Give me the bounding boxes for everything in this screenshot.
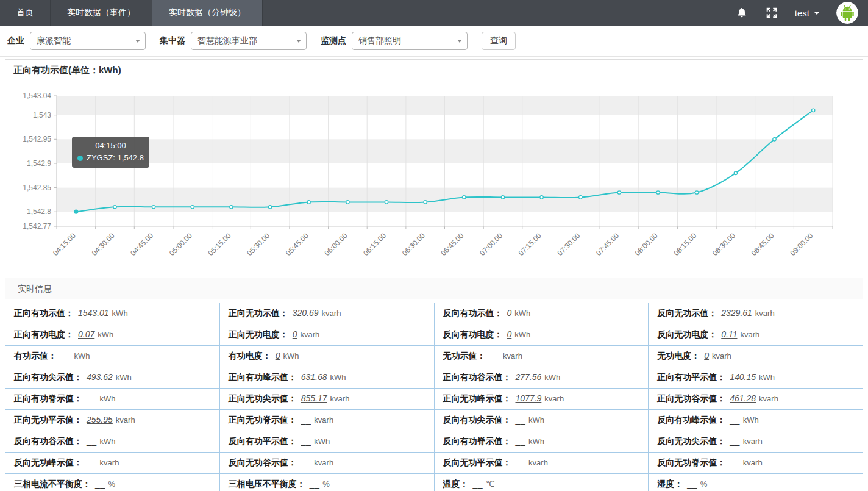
svg-text:04:15:00: 04:15:00 [51, 231, 77, 257]
table-row: 正向有功尖示值：493.62kWh正向有功峰示值：631.68kWh正向有功谷示… [5, 367, 863, 389]
table-cell: 三相电压不平衡度：__% [219, 474, 434, 491]
chart-panel: 正向有功示值(单位：kWh) 1,542.771,542.81,542.851,… [5, 59, 863, 274]
svg-text:1,543.04: 1,543.04 [23, 91, 51, 100]
cell-unit: kWh [759, 373, 775, 382]
cell-label: 正向有功示值： [14, 308, 74, 318]
table-row: 反向无功峰示值：__kvarh反向无功谷示值：__kvarh反向无功平示值：__… [5, 453, 863, 474]
user-menu[interactable]: test [795, 8, 820, 18]
cell-label: 反向无功谷示值： [229, 457, 297, 467]
cell-label: 正向有功电度： [14, 329, 74, 339]
cell-value: __ [730, 457, 740, 467]
table-cell: 反向有功谷示值：__kWh [5, 431, 220, 453]
filter-bar: 企业 康派智能 集中器 智慧能源事业部 监测点 销售部照明 查询 [0, 26, 868, 57]
cell-value[interactable]: 277.56 [516, 372, 542, 382]
cell-unit: kWh [100, 437, 116, 446]
cell-value: __ [516, 436, 526, 446]
cell-unit: kvarh [712, 351, 731, 360]
point-selected-value: 销售部照明 [358, 35, 401, 46]
cell-unit: kWh [283, 351, 299, 360]
realtime-table: 正向有功示值：1543.01kWh正向无功示值：320.69kvarh反向有功示… [5, 303, 863, 491]
cell-value: __ [87, 436, 97, 446]
table-row: 三相电流不平衡度：__%三相电压不平衡度：__%温度：__℃湿度：__% [5, 474, 863, 491]
table-cell: 正向有功脊示值：__kWh [5, 389, 220, 410]
svg-text:07:00:00: 07:00:00 [478, 231, 504, 257]
cell-label: 湿度： [657, 479, 683, 489]
cell-unit: kvarh [743, 458, 763, 467]
cell-label: 反向有功峰示值： [657, 415, 725, 425]
cell-unit: kvarh [743, 437, 763, 446]
cell-unit: kWh [330, 373, 346, 382]
cell-unit: kWh [544, 373, 560, 382]
cell-value[interactable]: 0 [293, 329, 297, 339]
concentrator-select[interactable]: 智慧能源事业部 [191, 32, 307, 50]
cell-unit: kvarh [322, 309, 341, 318]
cell-value[interactable]: 1543.01 [78, 308, 109, 318]
table-cell: 反向有功平示值：__kWh [219, 431, 434, 453]
query-button[interactable]: 查询 [482, 32, 516, 50]
fullscreen-icon[interactable] [765, 6, 778, 20]
cell-unit: ℃ [486, 479, 495, 489]
chart-canvas[interactable]: 1,542.771,542.81,542.851,542.91,542.951,… [5, 60, 863, 274]
table-cell: 反向有功电度：0kWh [434, 324, 649, 346]
cell-label: 有功电度： [229, 351, 271, 360]
cell-unit: kWh [528, 437, 544, 446]
cell-value[interactable]: 0 [276, 351, 280, 360]
nav-right: test [735, 0, 868, 26]
cell-unit: kvarh [330, 394, 350, 403]
cell-value[interactable]: 0 [507, 308, 512, 318]
cell-value[interactable]: 461.28 [730, 393, 756, 403]
cell-value[interactable]: 140.15 [730, 372, 756, 382]
table-row: 正向有功电度：0.07kWh正向无功电度：0kvarh反向有功电度：0kWh反向… [5, 324, 863, 346]
bell-icon[interactable] [735, 6, 749, 20]
svg-text:08:15:00: 08:15:00 [672, 231, 698, 257]
table-cell: 正向有功尖示值：493.62kWh [5, 367, 220, 389]
concentrator-selected-value: 智慧能源事业部 [197, 35, 257, 46]
cell-value[interactable]: 0.07 [78, 329, 94, 339]
cell-value[interactable]: 255.95 [87, 415, 113, 425]
cell-unit: % [700, 479, 708, 489]
table-cell: 有功电度：0kWh [219, 346, 434, 367]
cell-value[interactable]: 631.68 [301, 372, 327, 382]
cell-value[interactable]: 1077.9 [516, 393, 542, 403]
nav-tab-2[interactable]: 实时数据（分钟级） [152, 0, 263, 26]
cell-value[interactable]: 2329.61 [721, 308, 752, 318]
cell-unit: kvarh [314, 458, 333, 467]
svg-text:05:45:00: 05:45:00 [284, 231, 310, 257]
table-row: 正向有功示值：1543.01kWh正向无功示值：320.69kvarh反向有功示… [5, 303, 863, 324]
cell-value: __ [301, 457, 311, 467]
cell-unit: kvarh [544, 394, 564, 403]
cell-label: 无功电度： [657, 351, 700, 360]
table-cell: 反向有功峰示值：__kWh [649, 410, 863, 431]
cell-value[interactable]: 855.17 [301, 393, 327, 403]
nav-tab-1[interactable]: 实时数据（事件） [51, 0, 152, 26]
cell-label: 正向无功尖示值： [229, 393, 297, 403]
cell-unit: kWh [74, 351, 90, 360]
cell-value[interactable]: 0 [507, 329, 512, 339]
cell-label: 反向有功平示值： [229, 436, 297, 446]
cell-value: __ [61, 351, 71, 360]
cell-label: 温度： [443, 479, 469, 489]
svg-text:05:15:00: 05:15:00 [207, 231, 233, 257]
svg-text:06:30:00: 06:30:00 [400, 231, 427, 257]
cell-value[interactable]: 0 [704, 351, 709, 360]
cell-value[interactable]: 493.62 [87, 372, 113, 382]
cell-value: __ [687, 479, 697, 489]
cell-unit: kvarh [755, 309, 775, 318]
enterprise-label: 企业 [7, 35, 24, 46]
svg-text:04:45:00: 04:45:00 [129, 231, 155, 257]
table-cell: 正向有功谷示值：277.56kWh [434, 367, 649, 389]
table-cell: 正向无功平示值：255.95kvarh [5, 410, 220, 431]
avatar[interactable] [836, 2, 858, 24]
cell-unit: kvarh [314, 415, 333, 425]
cell-unit: kWh [112, 309, 128, 318]
nav-tab-0[interactable]: 首页 [0, 0, 51, 26]
point-select[interactable]: 销售部照明 [352, 32, 468, 50]
cell-value[interactable]: 320.69 [293, 308, 319, 318]
cell-value[interactable]: 0.11 [721, 329, 737, 339]
cell-value: __ [473, 479, 483, 489]
svg-text:1,543: 1,543 [33, 111, 51, 120]
enterprise-select[interactable]: 康派智能 [30, 32, 146, 50]
table-cell: 正向有功峰示值：631.68kWh [219, 367, 434, 389]
cell-label: 正向无功示值： [229, 308, 288, 318]
cell-label: 正向有功平示值： [657, 372, 725, 382]
